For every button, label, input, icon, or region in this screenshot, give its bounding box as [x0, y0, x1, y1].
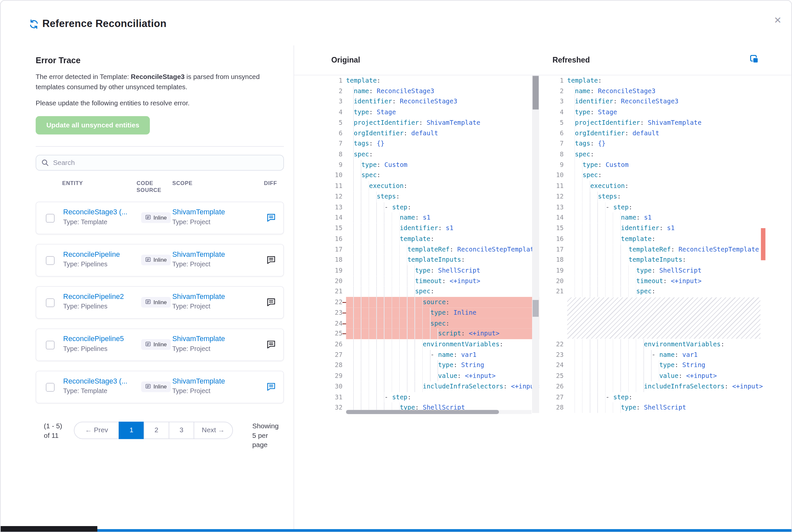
bottom-blue-strip [1, 529, 792, 532]
yaml-key: template [346, 76, 376, 84]
yaml-key: identifier [621, 224, 659, 232]
scope-link[interactable]: ShivamTemplate [172, 377, 254, 385]
line-number: 5 [552, 117, 564, 128]
scope-link[interactable]: ShivamTemplate [172, 292, 254, 301]
code-text: steps: [567, 192, 766, 202]
entity-link[interactable]: ReconcilePipeline5 [63, 335, 140, 343]
description-prefix: The error detected in Template: [36, 73, 131, 80]
line-number: 12 [552, 192, 564, 202]
yaml-value: Stage [373, 108, 396, 116]
entity-link[interactable]: ReconcileStage3 (... [63, 208, 140, 216]
yaml-key: value [438, 372, 457, 379]
search-input[interactable] [36, 155, 284, 171]
code-text: spec: [346, 286, 539, 297]
row-checkbox[interactable] [46, 256, 54, 265]
code-text: timeout: <+input> [567, 276, 766, 286]
indent-guides [346, 181, 369, 191]
scope-link[interactable]: ShivamTemplate [172, 208, 254, 216]
yaml-colon: : [392, 97, 396, 105]
page-button-1[interactable]: 1 [118, 421, 144, 439]
yaml-key: type [438, 361, 454, 369]
code-line: 2 name: ReconcileStage3 [331, 86, 539, 96]
yaml-value: ShellScript [640, 404, 686, 411]
line-number: 27 [331, 349, 343, 360]
line-number: 26 [552, 381, 564, 392]
code-text: identifier: s1 [346, 223, 539, 234]
yaml-colon: : [613, 97, 618, 105]
scope-link[interactable]: ShivamTemplate [172, 250, 254, 258]
indent-guides [346, 160, 362, 170]
next-page-button[interactable]: Next → [194, 421, 233, 439]
yaml-value: default [629, 129, 659, 137]
diff-file-icon[interactable] [265, 381, 277, 393]
line-number: 7 [331, 138, 343, 149]
yaml-key: type [636, 266, 652, 274]
entity-type-label: Type: Template [63, 387, 140, 394]
yaml-key: spec [575, 150, 590, 158]
yaml-colon: : [724, 382, 729, 390]
yaml-value: String [678, 361, 705, 369]
row-checkbox[interactable] [46, 298, 54, 307]
prev-label: Prev [94, 426, 108, 434]
copy-icon[interactable] [749, 54, 760, 65]
scope-link[interactable]: ShivamTemplate [172, 335, 254, 343]
row-checkbox[interactable] [46, 383, 54, 392]
yaml-colon: : [461, 256, 465, 263]
diff-file-icon[interactable] [265, 339, 277, 350]
original-code-panel[interactable]: 1template:2 name: ReconcileStage33 ident… [331, 75, 539, 417]
scrollbar-thumb[interactable] [533, 76, 539, 109]
close-icon[interactable]: ✕ [771, 14, 785, 27]
indent-guides [567, 149, 575, 160]
page-buttons: ← Prev 1 2 3 Next → [74, 421, 233, 439]
yaml-key: spec [415, 287, 430, 295]
yaml-colon: : [442, 277, 446, 284]
scope-type-label: Type: Project [172, 260, 254, 268]
code-text: spec: [567, 286, 766, 297]
indent-guides [567, 392, 606, 403]
scope-type-label: Type: Project [172, 387, 254, 394]
diff-file-icon[interactable] [265, 254, 277, 266]
page-button-2[interactable]: 2 [144, 421, 169, 439]
entity-link[interactable]: ReconcileStage3 (... [63, 377, 140, 385]
yaml-colon: : [652, 235, 656, 242]
yaml-colon: : [450, 245, 454, 253]
code-text: type: Custom [346, 160, 539, 170]
prev-page-button[interactable]: ← Prev [74, 421, 119, 439]
indent-guides [346, 265, 415, 276]
row-checkbox[interactable] [46, 214, 54, 222]
yaml-colon: : [503, 382, 508, 390]
indent-guides [567, 360, 659, 371]
code-source-badge: Inline [141, 297, 171, 307]
code-text: - name: var1 [567, 349, 766, 360]
code-line: 13 - step: [331, 202, 539, 213]
diff-file-icon[interactable] [265, 297, 277, 308]
entity-link[interactable]: ReconcilePipeline [63, 250, 140, 258]
yaml-colon: : [369, 108, 373, 116]
row-checkbox[interactable] [46, 340, 54, 349]
yaml-key: templateInputs [629, 256, 682, 263]
code-text: templateRef: ReconcileStepTemplate [567, 244, 766, 255]
horizontal-scrollbar[interactable] [346, 410, 531, 414]
line-number: 3 [552, 96, 564, 107]
entity-link[interactable]: ReconcilePipeline2 [63, 292, 140, 301]
code-line: 7 tags: {} [552, 138, 766, 149]
vertical-scrollbar[interactable] [532, 75, 539, 413]
horizontal-scrollbar-thumb[interactable] [346, 410, 499, 414]
yaml-colon: : [625, 182, 629, 190]
update-all-unsynced-entities-button[interactable]: Update all unsynced entities [36, 116, 150, 134]
overview-ruler-change-marker [761, 228, 766, 260]
yaml-colon: : [682, 256, 686, 263]
diff-file-icon[interactable] [265, 212, 277, 224]
refreshed-code-panel[interactable]: 1template:2 name: ReconcileStage33 ident… [552, 75, 766, 417]
page-button-3[interactable]: 3 [169, 421, 194, 439]
code-line: 14 name: s1 [331, 213, 539, 223]
code-line: 18 templateInputs: [331, 255, 539, 265]
yaml-key: identifier [354, 97, 392, 105]
indent-guides [346, 255, 407, 265]
indent-guides [346, 349, 430, 360]
yaml-key: type [430, 308, 446, 316]
code-line: 6 orgIdentifier: default [331, 128, 539, 138]
yaml-colon: : [461, 329, 465, 337]
code-text: orgIdentifier: default [567, 128, 766, 138]
yaml-value: <+input> [465, 329, 499, 337]
